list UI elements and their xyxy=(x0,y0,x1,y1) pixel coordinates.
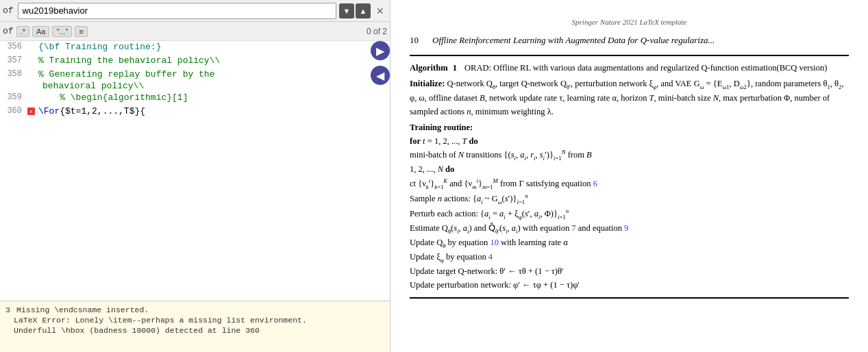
algo-step-update-perturb: Update perturbation network: φ′ ← τφ + (… xyxy=(410,279,849,292)
search-count: 0 of 2 xyxy=(367,27,387,36)
algo-step-update-q: Update Qθ by equation 10 with learning r… xyxy=(410,236,849,251)
line-number-359: 359 xyxy=(0,92,27,102)
line-number-358: 358 xyxy=(0,68,27,79)
error-text-3: Underfull \hbox (badness 10000) detected… xyxy=(14,326,260,335)
code-line-356: 356 {\bf Training routine:} xyxy=(0,41,390,55)
line-content-358a: % Generating replay buffer by the xyxy=(38,68,390,80)
algo-step-for-n: 1, 2, ..., N do xyxy=(410,163,849,176)
search-prev-button[interactable]: ▼ xyxy=(339,3,354,18)
algo-label: Algorithm xyxy=(410,63,448,73)
line-content-356: {\bf Training routine:} xyxy=(38,41,390,53)
line-content-360: \For{$t=1,2,...,T$}{ xyxy=(38,105,390,117)
error-indicator-360: x xyxy=(27,108,35,115)
line-err-icon-359 xyxy=(27,92,37,94)
algo-step-estimate: Estimate Qθ(si, ai) and Q̂θ′(si, ai) wit… xyxy=(410,222,849,236)
code-line-357: 357 % Training the behavioral policy\\ xyxy=(0,55,390,68)
line-number-357: 357 xyxy=(0,55,27,65)
algo-eq9-link[interactable]: 9 xyxy=(624,223,628,233)
algo-step-update-xi: Update ξφ by equation 4 xyxy=(410,251,849,265)
line-number-356: 356 xyxy=(0,41,27,51)
algo-training-label: Training routine: xyxy=(410,121,849,134)
search-input-wrapper xyxy=(18,3,336,19)
error-overlay: 3 Missing \endcsname inserted. LaTeX Err… xyxy=(0,301,390,352)
algo-eq4-link[interactable]: 4 xyxy=(488,252,493,262)
scroll-left-button[interactable]: ◀ xyxy=(371,66,390,85)
line-number-360: 360 xyxy=(0,105,27,116)
error-num-3: 3 xyxy=(5,305,14,314)
search-options-bar: of .* Aa "..." ≡ 0 of 2 xyxy=(0,22,390,41)
algo-initialize: Initialize: Q-network Qθ, target Q-netwo… xyxy=(410,77,849,118)
line-content-357: % Training the behavioral policy\\ xyxy=(38,55,390,66)
pdf-panel: Springer Nature 2021 LaTeX template 10 O… xyxy=(390,0,868,352)
error-text-1: Missing \endcsname inserted. xyxy=(16,305,149,314)
of-label-second: of xyxy=(3,26,14,36)
right-nav: ▶ ◀ xyxy=(371,41,390,85)
search-next-button[interactable]: ▲ xyxy=(356,3,371,18)
pdf-article-title: Offline Reinforcement Learning with Augm… xyxy=(432,34,715,47)
algo-step-for-t: for t = 1, 2, ..., T do xyxy=(410,135,849,148)
algo-step-select: ct {νki}k=1K and {νmi}m=1M from Γ satisf… xyxy=(410,177,849,192)
algo-step-perturb: Perturb each action: {ai = ai + ξφ(s′, a… xyxy=(410,207,849,222)
algo-eq7-link[interactable]: 7 xyxy=(571,223,575,233)
algo-step-update-target: Update target Q-network: θ′ ← τθ + (1 − … xyxy=(410,265,849,278)
code-lines-container: 356 {\bf Training routine:} 357 % Traini… xyxy=(0,41,390,352)
search-close-button[interactable]: ✕ xyxy=(373,5,387,16)
line-content-358b: behavioral policy\\ xyxy=(37,80,390,92)
case-sensitive-button[interactable]: Aa xyxy=(32,26,49,37)
of-label-top: of xyxy=(3,5,14,16)
code-line-360: 360 x \For{$t=1,2,...,T$}{ xyxy=(0,105,390,119)
editor-panel: of ▼ ▲ ✕ of .* Aa "..." ≡ 0 of 2 ▶ ◀ 356… xyxy=(0,0,390,352)
regex-button[interactable]: .* xyxy=(16,26,29,37)
algo-name: ORAD: Offline RL with various data augme… xyxy=(464,63,827,73)
algo-body: Initialize: Q-network Qθ, target Q-netwo… xyxy=(410,77,849,292)
algorithm-box: Algorithm 1 ORAD: Offline RL with variou… xyxy=(410,55,849,299)
algo-step-sample: Sample n actions: {ai ~ Gω(s′)}i=1n xyxy=(410,192,849,207)
error-text-2: LaTeX Error: Lonely \item--perhaps a mis… xyxy=(14,316,307,325)
pdf-header: Springer Nature 2021 LaTeX template xyxy=(410,16,849,28)
algo-initialize-label: Initialize: xyxy=(410,79,445,88)
line-err-icon-360: x xyxy=(27,105,37,115)
scroll-right-button[interactable]: ▶ xyxy=(371,41,390,60)
search-input[interactable] xyxy=(23,5,332,16)
search-bar: of ▼ ▲ ✕ xyxy=(0,0,390,22)
algo-num: 1 xyxy=(453,63,457,73)
line-err-icon-356 xyxy=(27,41,37,43)
algo-eq6-link[interactable]: 6 xyxy=(593,179,597,188)
algo-step-minibatch: mini-batch of N transitions {(si, ai, ri… xyxy=(410,148,849,163)
line-err-icon-357 xyxy=(27,55,37,57)
algo-eq10-link[interactable]: 10 xyxy=(490,238,499,247)
line-content-359: % \begin{algorithmic}[1] xyxy=(38,92,390,103)
code-line-358: 358 % Generating replay buffer by the be… xyxy=(0,68,390,92)
pdf-content: Springer Nature 2021 LaTeX template 10 O… xyxy=(390,0,868,352)
whole-word-button[interactable]: "..." xyxy=(52,26,72,37)
line-err-icon-358 xyxy=(27,68,37,71)
extra-options-button[interactable]: ≡ xyxy=(75,26,87,37)
pdf-page-number: 10 xyxy=(410,34,419,47)
search-nav-buttons: ▼ ▲ xyxy=(339,3,371,18)
algo-header: Algorithm 1 ORAD: Offline RL with variou… xyxy=(410,62,849,75)
code-line-359: 359 % \begin{algorithmic}[1] xyxy=(0,92,390,105)
